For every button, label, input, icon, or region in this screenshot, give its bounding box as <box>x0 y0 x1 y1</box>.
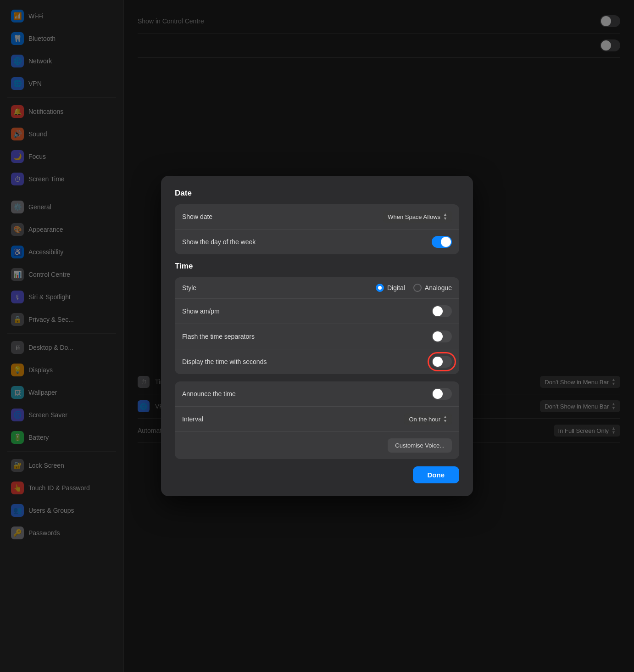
show-date-row: Show date When Space Allows ▲▼ <box>175 204 459 230</box>
announce-row: Announce the time <box>175 381 459 407</box>
show-day-row: Show the day of the week <box>175 230 459 254</box>
interval-dropdown[interactable]: On the hour ▲▼ <box>404 413 452 425</box>
display-seconds-toggle-wrapper <box>432 356 452 368</box>
interval-value: On the hour <box>409 416 440 423</box>
date-card: Show date When Space Allows ▲▼ Show the … <box>175 204 459 254</box>
modal-overlay: Date Show date When Space Allows ▲▼ Show… <box>0 0 634 672</box>
time-section-title: Time <box>175 262 459 271</box>
radio-digital-circle <box>376 284 384 292</box>
clock-settings-modal: Date Show date When Space Allows ▲▼ Show… <box>161 176 473 496</box>
style-row: Style Digital Analogue <box>175 277 459 299</box>
show-date-dropdown[interactable]: When Space Allows ▲▼ <box>383 211 452 223</box>
flash-separators-toggle[interactable] <box>432 330 452 342</box>
style-label: Style <box>182 284 196 291</box>
show-date-label: Show date <box>182 213 212 220</box>
modal-footer: Done <box>175 466 459 483</box>
date-section-title: Date <box>175 189 459 198</box>
done-label: Done <box>428 471 445 479</box>
done-button[interactable]: Done <box>413 466 460 483</box>
show-ampm-label: Show am/pm <box>182 308 220 315</box>
show-ampm-row: Show am/pm <box>175 299 459 324</box>
radio-analogue[interactable]: Analogue <box>413 284 452 292</box>
display-seconds-label: Display the time with seconds <box>182 358 267 365</box>
radio-digital-label: Digital <box>387 284 405 291</box>
radio-analogue-label: Analogue <box>425 284 452 291</box>
interval-arrows: ▲▼ <box>443 415 447 423</box>
display-seconds-row: Display the time with seconds <box>175 349 459 374</box>
radio-digital[interactable]: Digital <box>376 284 405 292</box>
style-radio-group: Digital Analogue <box>376 284 452 292</box>
voice-row: Customise Voice... <box>175 432 459 459</box>
customise-voice-label: Customise Voice... <box>395 442 445 449</box>
show-day-toggle[interactable] <box>432 236 452 248</box>
flash-separators-row: Flash the time separators <box>175 324 459 349</box>
customise-voice-button[interactable]: Customise Voice... <box>388 438 452 453</box>
show-date-arrows: ▲▼ <box>443 213 447 221</box>
show-day-label: Show the day of the week <box>182 238 256 246</box>
announce-toggle[interactable] <box>432 388 452 400</box>
announce-label: Announce the time <box>182 390 236 398</box>
interval-label: Interval <box>182 415 203 423</box>
radio-analogue-circle <box>413 284 422 292</box>
display-seconds-toggle[interactable] <box>432 356 452 368</box>
flash-separators-label: Flash the time separators <box>182 333 255 340</box>
announce-card: Announce the time Interval On the hour ▲… <box>175 381 459 459</box>
show-ampm-toggle[interactable] <box>432 305 452 317</box>
time-card: Style Digital Analogue Show am/pm <box>175 277 459 374</box>
interval-row: Interval On the hour ▲▼ <box>175 407 459 432</box>
show-date-value: When Space Allows <box>388 213 440 220</box>
